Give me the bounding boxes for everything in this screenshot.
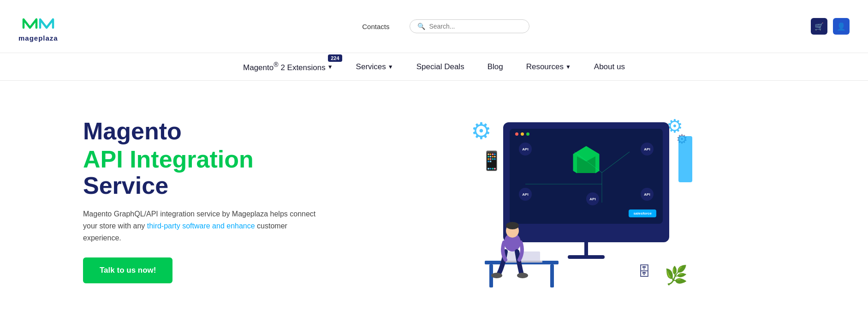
monitor-stand	[584, 242, 588, 255]
svg-rect-6	[550, 264, 554, 287]
hero-description: Magento GraphQL/API integration service …	[83, 208, 323, 244]
monitor-base	[568, 255, 605, 259]
blue-rect-decoration	[678, 136, 692, 182]
search-icon: 🔍	[417, 23, 425, 30]
hero-api-text: API Integration	[83, 146, 254, 173]
nav-extensions-label: Magento® 2 Extensions	[243, 61, 326, 72]
nav-item-extensions[interactable]: Magento® 2 Extensions 224 ▼	[243, 61, 333, 72]
svg-point-13	[517, 273, 528, 278]
dot-green	[526, 132, 529, 136]
phone-icon: 📱	[480, 150, 503, 172]
monitor-dots	[510, 129, 663, 139]
gear-icon-topleft: ⚙	[471, 118, 492, 144]
api-node-5: API	[641, 188, 654, 201]
hero-left: Magento API Integration Service Magento …	[83, 118, 341, 283]
store-icon-btn[interactable]: 🛒	[811, 18, 827, 35]
chevron-down-icon: ▼	[327, 64, 333, 70]
dot-red	[515, 132, 518, 136]
nav-blog-label: Blog	[488, 62, 503, 72]
api-node-1: API	[519, 143, 532, 156]
magento-m-icon	[568, 144, 605, 181]
nav-resources-label: Resources	[526, 62, 564, 72]
search-input[interactable]	[429, 23, 522, 30]
nav-about-label: About us	[594, 62, 625, 72]
hero-desc-highlight: third-party software and enhance	[147, 222, 255, 230]
svg-point-12	[491, 273, 502, 278]
hero-service-text: Service	[83, 172, 168, 199]
nav-item-services[interactable]: Services ▼	[356, 62, 393, 72]
nav-services-label: Services	[356, 62, 386, 72]
nav-special-deals-label: Special Deals	[416, 62, 464, 72]
hero-section: Magento API Integration Service Magento …	[0, 81, 868, 321]
nav-item-special-deals[interactable]: Special Deals	[416, 62, 464, 72]
nav-item-resources[interactable]: Resources ▼	[526, 62, 571, 72]
person-illustration	[476, 205, 568, 288]
hero-right: ⚙ ⚙ ⚙	[341, 113, 813, 288]
plant-icon: 🌿	[665, 264, 688, 286]
api-node-4: API	[586, 192, 599, 205]
hero-illustration: ⚙ ⚙ ⚙	[466, 113, 688, 288]
logo-link[interactable]: mageplaza	[18, 11, 58, 42]
header: mageplaza Contacts 🔍 🛒 👤	[0, 0, 868, 53]
magento-logo-inner	[510, 144, 663, 181]
logo-text: mageplaza	[18, 34, 58, 42]
user-icon-btn[interactable]: 👤	[833, 18, 850, 35]
dot-yellow	[521, 132, 524, 136]
search-bar: 🔍	[410, 19, 529, 33]
header-right: 🛒 👤	[811, 18, 850, 35]
database-icon: 🗄	[638, 264, 651, 279]
nav-item-blog[interactable]: Blog	[488, 62, 503, 72]
cta-button[interactable]: Talk to us now!	[83, 257, 172, 283]
api-node-2: API	[641, 143, 654, 156]
svg-rect-8	[501, 261, 542, 263]
svg-point-11	[506, 222, 519, 229]
navbar: Magento® 2 Extensions 224 ▼ Services ▼ S…	[0, 53, 868, 81]
api-node-3: API	[519, 188, 532, 201]
logo-icon	[20, 11, 57, 33]
hero-title-magento: Magento	[83, 118, 341, 144]
salesforce-badge: salesforce	[629, 209, 656, 217]
hero-title-api: API Integration Service	[83, 146, 341, 199]
contacts-link[interactable]: Contacts	[362, 23, 389, 30]
chevron-down-icon: ▼	[565, 64, 571, 70]
nav-item-about[interactable]: About us	[594, 62, 625, 72]
extensions-badge: 224	[328, 54, 342, 62]
chevron-down-icon: ▼	[388, 64, 393, 70]
